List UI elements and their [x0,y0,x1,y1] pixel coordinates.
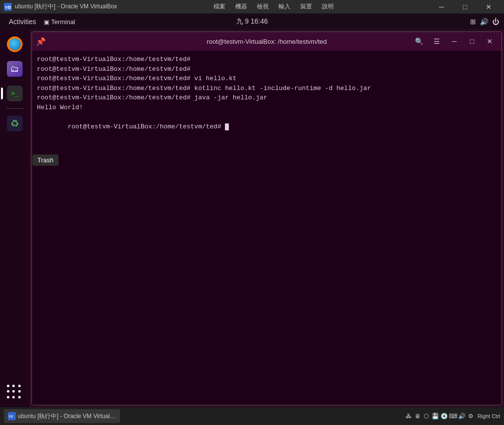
titlebar-left: VB ubuntu [執行中] - Oracle VM VirtualBox [4,2,117,11]
terminal-dock-icon: >_ [7,86,23,101]
terminal-window: 📌 root@testvm-VirtualBox: /home/testvm/t… [32,31,502,405]
taskbar-cd-icon[interactable]: 💿 [440,412,448,420]
virtualbox-icon: VB [4,3,12,11]
grid-dot [7,390,9,393]
terminal-line-1: root@testvm-VirtualBox:/home/testvm/ted# [37,55,497,64]
window-controls: ─ □ ✕ [430,0,500,14]
menu-view[interactable]: 檢視 [253,1,273,12]
term-pin-icon[interactable]: 📌 [36,37,46,46]
grid-dot [18,390,21,393]
terminal-title: root@testvm-VirtualBox: /home/testvm/ted [207,38,327,45]
menu-machine[interactable]: 機器 [231,1,251,12]
terminal-close-button[interactable]: ✕ [482,34,498,48]
taskbar-vbox-icon: VB [8,412,16,420]
grid-dot [12,396,15,398]
network-icon[interactable]: ⊞ [470,18,476,26]
taskbar-settings-icon[interactable]: ⚙ [467,412,474,420]
taskbar-app-virtualbox[interactable]: VB ubuntu [執行中] - Oracle VM VirtualBox [4,409,120,423]
terminal-minimize-button[interactable]: ─ [446,34,462,48]
activities-button[interactable]: Activities [5,17,40,27]
terminal-line-7: root@testvm-VirtualBox:/home/testvm/ted# [37,112,497,141]
main-content: 🗂 >_ ♻ [0,30,504,407]
taskbar-display-icon[interactable]: 🖥 [413,412,421,420]
grid-dot [7,385,9,387]
grid-dot [12,390,15,393]
terminal-line-5: root@testvm-VirtualBox:/home/testvm/ted#… [37,93,497,103]
menu-input[interactable]: 輸入 [275,1,294,12]
terminal-search-button[interactable]: 🔍 [411,34,427,48]
menu-file[interactable]: 檔案 [210,1,229,12]
terminal-line-3: root@testvm-VirtualBox:/home/testvm/ted#… [37,74,497,84]
filemanager-icon: 🗂 [7,61,23,77]
taskbar-right: 🖧 🖥 ⬡ 💾 💿 ⌨ 🔊 ⚙ Right Ctrl [405,412,500,420]
ubuntu-dock: 🗂 >_ ♻ [0,30,30,407]
titlebar-menu: 檔案 機器 檢視 輸入 裝置 說明 [210,1,338,12]
terminal-cursor [225,123,229,130]
taskbar-network-icon[interactable]: 🖧 [405,412,412,420]
svg-text:VB: VB [5,5,11,10]
terminal-line-4: root@testvm-VirtualBox:/home/testvm/ted#… [37,84,497,93]
maximize-button[interactable]: □ [454,0,476,14]
trash-icon: ♻ [7,116,23,131]
windows-taskbar: VB ubuntu [執行中] - Oracle VM VirtualBox 🖧… [0,407,504,425]
taskbar-hdd-icon[interactable]: 💾 [431,412,439,420]
dock-item-trash[interactable]: ♻ [4,113,26,134]
grid-dot [7,396,9,398]
taskbar-audio-icon[interactable]: 🔊 [458,412,466,420]
topbar-left: Activities ▣ Terminal [5,17,75,27]
terminal-body[interactable]: root@testvm-VirtualBox:/home/testvm/ted#… [32,51,502,405]
taskbar-system-icons: 🖧 🖥 ⬡ 💾 💿 ⌨ 🔊 ⚙ [405,412,474,420]
terminal-maximize-button[interactable]: □ [464,34,480,48]
apps-grid-icon [4,382,26,403]
topbar-right: ⊞ 🔊 ⏻ [470,18,499,26]
menu-devices[interactable]: 裝置 [296,1,316,12]
firefox-icon [7,36,23,52]
close-button[interactable]: ✕ [477,0,500,14]
minimize-button[interactable]: ─ [430,0,453,14]
grid-dot [12,385,15,387]
grid-dot [18,396,21,398]
taskbar-usb-icon[interactable]: ⬡ [422,412,430,420]
dock-separator [6,108,24,109]
titlebar-title: ubuntu [執行中] - Oracle VM VirtualBox [15,2,117,11]
ubuntu-topbar: Activities ▣ Terminal 九 9 16:46 ⊞ 🔊 ⏻ [0,14,504,30]
taskbar-left: VB ubuntu [執行中] - Oracle VM VirtualBox [4,409,120,423]
right-ctrl-label: Right Ctrl [477,413,500,419]
menu-help[interactable]: 說明 [318,1,338,12]
terminal-line-6: Hello World! [37,103,497,113]
dock-item-apps[interactable] [4,382,26,403]
dock-item-terminal[interactable]: >_ [4,83,26,104]
dock-item-filemanager[interactable]: 🗂 [4,58,26,80]
terminal-titlebar: 📌 root@testvm-VirtualBox: /home/testvm/t… [32,32,502,51]
power-icon[interactable]: ⏻ [492,18,499,26]
svg-text:VB: VB [8,415,13,418]
grid-dot [18,385,21,387]
taskbar-keyboard-icon[interactable]: ⌨ [449,412,457,420]
terminal-controls: 🔍 ☰ ─ □ ✕ [411,34,498,48]
virtualbox-titlebar: VB ubuntu [執行中] - Oracle VM VirtualBox 檔… [0,0,504,14]
terminal-tab-indicator: ▣ Terminal [44,18,75,26]
dock-item-firefox[interactable] [4,33,26,55]
terminal-menu-button[interactable]: ☰ [429,34,444,48]
datetime-display: 九 9 16:46 [236,17,268,26]
volume-icon[interactable]: 🔊 [480,18,488,26]
terminal-line-2: root@testvm-VirtualBox:/home/testvm/ted# [37,64,497,74]
